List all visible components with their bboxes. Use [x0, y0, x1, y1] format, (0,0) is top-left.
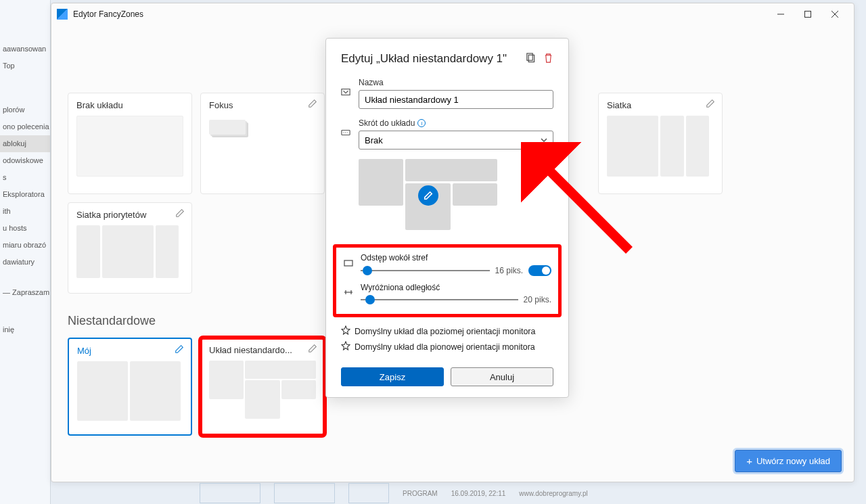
svg-rect-11	[344, 260, 352, 266]
bg-item: dawiatury	[0, 254, 50, 271]
window-title: Edytor FancyZones	[73, 9, 767, 19]
bg-footer: PROGRAM 16.09.2019, 22:11 www.dobreprogr…	[51, 482, 866, 504]
edit-icon[interactable]	[175, 208, 185, 221]
delete-icon[interactable]	[543, 53, 553, 66]
svg-rect-6	[342, 89, 350, 95]
shortcut-label: Skrót do układu i	[359, 118, 553, 128]
highlight-distance-slider[interactable]	[361, 299, 518, 300]
bg-item: Eksploratora	[0, 186, 50, 203]
edit-icon[interactable]	[308, 99, 317, 111]
duplicate-icon[interactable]	[525, 53, 535, 66]
edit-icon[interactable]	[175, 344, 184, 357]
info-icon[interactable]: i	[417, 119, 426, 127]
layout-card-custom-my[interactable]: Mój	[68, 338, 192, 436]
card-title: Mój	[77, 346, 183, 356]
bg-item: u hosts	[0, 220, 50, 237]
svg-rect-5	[528, 55, 534, 62]
shortcut-dropdown[interactable]: Brak	[359, 131, 553, 150]
card-title: Układ niestandardo...	[209, 345, 316, 355]
cancel-button[interactable]: Anuluj	[451, 367, 553, 386]
bg-item: ono polecenia	[0, 118, 50, 135]
spacing-slider[interactable]	[361, 270, 490, 271]
layout-card-grid[interactable]: Siatka	[598, 93, 723, 194]
create-button-label: Utwórz nowy układ	[756, 456, 830, 466]
card-title: Siatka	[607, 100, 714, 110]
default-vertical-button[interactable]: Domyślny układ dla pionowej orientacji m…	[341, 341, 553, 352]
bg-item: ith	[0, 203, 50, 220]
star-icon	[341, 341, 350, 352]
save-button[interactable]: Zapisz	[341, 367, 444, 386]
card-title: Siatka priorytetów	[76, 210, 183, 220]
bg-left-sidebar: aawansowan Top plorów ono polecenia ablo…	[0, 0, 51, 504]
bg-item: miaru obrazó	[0, 237, 50, 254]
app-icon	[57, 9, 68, 20]
bg-item: Top	[0, 58, 50, 74]
card-title: Brak układu	[76, 100, 183, 110]
default-horizontal-button[interactable]: Domyślny układ dla poziomej orientacji m…	[341, 325, 553, 337]
name-input[interactable]	[359, 90, 553, 109]
annotation-highlight-box: Odstęp wokół stref 16 piks. Wyróżniona o…	[333, 244, 562, 317]
minimize-button[interactable]	[767, 5, 794, 24]
card-title: Fokus	[209, 100, 316, 110]
edit-zones-button[interactable]	[418, 185, 438, 206]
layout-card-custom-1[interactable]: Układ niestandardo...	[200, 338, 325, 436]
highlight-distance-label: Wyróżniona odległość	[361, 283, 551, 292]
spacing-label: Odstęp wokół stref	[361, 253, 551, 262]
close-button[interactable]	[821, 5, 848, 24]
bg-item: plorów	[0, 101, 50, 118]
layout-card-focus[interactable]: Fokus	[200, 93, 325, 194]
bg-item: — Zapraszam	[0, 284, 50, 301]
titlebar: Edytor FancyZones	[51, 3, 854, 25]
edit-layout-dialog: Edytuj „Układ niestandardowy 1" Nazwa Sk…	[325, 38, 569, 398]
shortcut-icon	[341, 128, 352, 140]
highlight-distance-icon	[343, 287, 354, 300]
create-layout-button[interactable]: + Utwórz nowy układ	[735, 450, 842, 472]
svg-rect-1	[805, 12, 811, 18]
bg-item: ablokuj	[0, 135, 50, 152]
bg-item: s	[0, 169, 50, 186]
bg-item: odowiskowe	[0, 152, 50, 169]
bg-item: inię	[0, 321, 50, 338]
bg-item: aawansowan	[0, 41, 50, 58]
name-label: Nazwa	[359, 78, 553, 87]
plus-icon: +	[746, 455, 752, 467]
maximize-button[interactable]	[794, 5, 821, 24]
layout-preview	[359, 159, 497, 232]
highlight-distance-value: 20 piks.	[524, 295, 551, 304]
spacing-value: 16 piks.	[495, 266, 523, 275]
svg-rect-4	[527, 53, 532, 60]
spacing-icon	[343, 258, 354, 271]
spacing-toggle[interactable]	[528, 265, 551, 276]
layout-card-empty[interactable]: Brak układu	[68, 93, 192, 194]
edit-icon[interactable]	[706, 99, 715, 111]
name-icon	[341, 87, 352, 99]
dialog-title: Edytuj „Układ niestandardowy 1"	[341, 52, 507, 66]
star-icon	[341, 325, 350, 337]
layout-card-priority-grid[interactable]: Siatka priorytetów	[68, 202, 192, 294]
edit-icon[interactable]	[308, 344, 317, 356]
